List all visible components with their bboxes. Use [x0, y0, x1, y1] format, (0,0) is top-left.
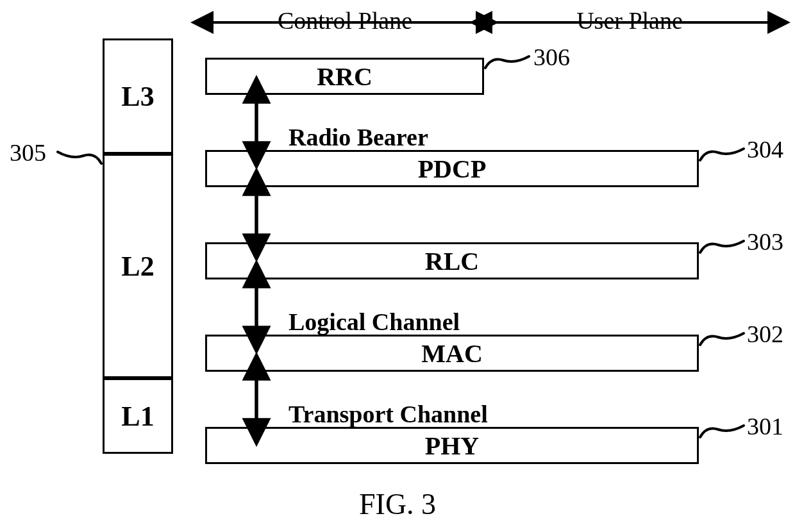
ref-301: 301	[747, 413, 783, 440]
phy-label: PHY	[425, 431, 479, 461]
rlc-box: RLC	[205, 242, 699, 279]
layer-l2-label: L2	[121, 250, 154, 283]
layer-l3-box: L3	[103, 38, 173, 154]
logical-channel-label: Logical Channel	[289, 308, 460, 336]
mac-box: MAC	[205, 335, 699, 372]
layer-l1-box: L1	[103, 378, 173, 454]
transport-channel-label: Transport Channel	[289, 400, 488, 428]
figure-caption: FIG. 3	[359, 487, 436, 521]
layer-l3-label: L3	[121, 80, 154, 113]
rrc-label: RRC	[317, 62, 372, 92]
radio-bearer-label: Radio Bearer	[289, 123, 428, 151]
ref-306: 306	[533, 44, 570, 71]
rrc-box: RRC	[205, 58, 484, 95]
ref-305: 305	[10, 139, 46, 166]
pdcp-label: PDCP	[418, 154, 487, 184]
rlc-label: RLC	[425, 246, 479, 276]
figure-stage: L3 L2 L1 RRC PDCP RLC MAC PHY Radio Bear…	[0, 0, 795, 532]
phy-box: PHY	[205, 427, 699, 464]
layer-l2-box: L2	[103, 154, 173, 378]
control-plane-label: Control Plane	[278, 7, 412, 34]
layer-l1-label: L1	[121, 400, 154, 433]
ref-303: 303	[747, 228, 783, 255]
ref-304: 304	[747, 136, 783, 163]
mac-label: MAC	[421, 338, 483, 369]
user-plane-label: User Plane	[576, 7, 683, 34]
ref-302: 302	[747, 320, 783, 347]
pdcp-box: PDCP	[205, 150, 699, 187]
